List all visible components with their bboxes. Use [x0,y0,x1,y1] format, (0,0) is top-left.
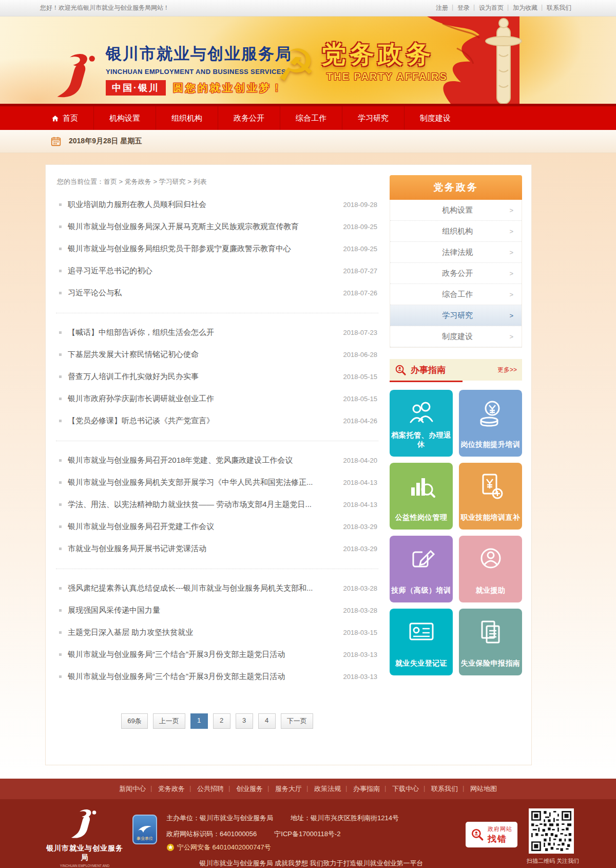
service-tile[interactable]: 失业保险申报指南 [459,609,522,675]
sidebar-item[interactable]: 学习研究 > [390,305,522,326]
police-record-link[interactable]: 宁公网安备 64010402000747号 [166,843,271,852]
topbar-link[interactable]: 注册 [431,4,453,12]
guide-title: 办事指南 [411,364,497,376]
footer-link[interactable]: 政策法规 [308,784,347,794]
footer-link[interactable]: 办事指南 [347,784,386,794]
nav-item[interactable]: 学习研究 [342,106,404,130]
nav-item-label: 制度建设 [420,114,451,123]
article-link[interactable]: 银川市就业与创业服务局召开2018年党建、党风廉政建设工作会议 [68,456,335,465]
article-date: 2018-03-13 [343,673,378,681]
nav-item[interactable]: 综合工作 [280,106,342,130]
nav-item[interactable]: 组织机构 [156,106,218,130]
footer-link[interactable]: 联系我们 [425,784,464,794]
service-tile[interactable]: 技师（高级）培训 [390,536,453,602]
article-link[interactable]: 追寻习近平总书记的初心 [68,266,335,276]
sidebar-item[interactable]: 政务公开 > [390,263,522,284]
footer-link[interactable]: 公共招聘 [191,784,230,794]
topbar-link[interactable]: 联系我们 [542,4,576,12]
article-link[interactable]: 习近平论公与私 [68,288,335,298]
article-link[interactable]: 强风肃纪提素养认真总结促成长---银川市就业与创业服务局机关支部和... [68,583,335,593]
sidebar-item-label: 制度建设 [398,332,509,342]
pagination-button[interactable]: 4 [258,713,276,729]
pagination-button[interactable]: 下一页 [281,713,313,729]
article-row: 市就业与创业服务局开展书记讲党课活动 2018-03-29 [56,538,378,560]
article-link[interactable]: 职业培训助力服刑在教人员顺利回归社会 [68,200,335,210]
footer-link[interactable]: 网站地图 [464,784,503,794]
nav-item[interactable]: 机构设置 [93,106,156,130]
service-tile[interactable]: 岗位技能提升培训 [459,390,522,457]
service-tile[interactable]: 档案托管、办理退休 [390,390,453,457]
footer-link[interactable]: 下载中心 [386,784,425,794]
footer-link[interactable]: 服务大厅 [269,784,308,794]
article-link[interactable]: 展现强国风采传递中国力量 [68,606,335,615]
tile-label: 档案托管、办理退休 [390,431,453,449]
article-link[interactable]: 市就业与创业服务局开展书记讲党课活动 [68,544,335,554]
footer-link[interactable]: 新闻中心 [113,784,152,794]
bullet-icon [59,398,62,400]
nav-item-label: 学习研究 [358,114,389,123]
service-tile[interactable]: 职业技能培训直补 [459,463,522,530]
topbar-link[interactable]: 登录 [453,4,474,12]
article-link[interactable]: 银川市就业与创业服务局组织党员干部参观宁夏廉政警示教育中心 [68,244,335,254]
sidebar-item[interactable]: 制度建设 > [390,326,522,347]
nav-item[interactable]: 制度建设 [404,106,466,130]
bullet-icon [59,548,62,550]
article-row: 追寻习近平总书记的初心 2018-07-27 [56,260,378,282]
article-date: 2018-03-28 [343,607,378,614]
sidebar-item[interactable]: 综合工作 > [390,284,522,305]
service-tile[interactable]: 公益性岗位管理 [390,463,453,530]
public-institution-badge: 事业单位 [132,815,157,844]
tile-label: 职业技能培训直补 [459,513,522,522]
pagination-button[interactable]: 1 [190,713,208,729]
article-link[interactable]: 银川市就业与创业服务局深入开展马克斯主义民族观宗教观宣传教育 [68,222,335,232]
pagination-button[interactable]: 69条 [121,713,147,729]
article-link[interactable]: 下基层共发展大计察民情铭记初心使命 [68,350,335,360]
article-link[interactable]: 银川市就业与创业服务局召开党建工作会议 [68,522,335,532]
article-link[interactable]: 银川市就业与创业服务局“三个结合”开展3月份支部主题党日活动 [68,650,335,659]
footer-link[interactable]: 创业服务 [230,784,269,794]
footer-link[interactable]: 党务政务 [152,784,191,794]
article-row: 银川市就业与创业服务局召开2018年党建、党风廉政建设工作会议 2018-04-… [56,449,378,471]
topbar: 您好！欢迎光临银川市就业与创业服务局网站！ 注册登录设为首页加为收藏联系我们 [0,0,616,16]
article-link[interactable]: 银川市政府孙学庆副市长调研就业创业工作 [68,394,335,404]
nav-item[interactable]: 首页 [36,106,93,130]
pagination-button[interactable]: 上一页 [153,713,185,729]
sidebar-item[interactable]: 机构设置 > [390,200,522,221]
article-link[interactable]: 银川市就业与创业服务局“三个结合”开展3月份支部主题党日活动 [68,672,335,682]
pagination-button[interactable]: 2 [213,713,230,729]
sidebar-item-label: 学习研究 [398,311,509,320]
group-divider [56,569,378,569]
site-error-report-widget[interactable]: 政府网站 找错 [466,822,517,847]
article-link[interactable]: 主题党日深入基层 助力攻坚扶贫就业 [68,628,335,637]
bullet-icon [59,203,62,206]
guide-more-link[interactable]: 更多>> [497,366,517,374]
chevron-right-icon: > [509,291,513,298]
topbar-link[interactable]: 设为首页 [474,4,508,12]
pagination: 69条 上一页 1 2 3 4 下一页 [56,713,378,729]
sidebar-item[interactable]: 组织机构 > [390,221,522,242]
article-row: 银川市就业与创业服务局组织党员干部参观宁夏廉政警示教育中心 2018-09-25 [56,238,378,260]
calendar-icon [50,136,62,147]
service-tile[interactable]: 就业援助 [459,536,522,602]
nav-item[interactable]: 政务公开 [218,106,280,130]
site-banner: 银川市就业与创业服务局 YINCHUAN EMPLOYMENT AND BUSI… [0,16,616,104]
article-link[interactable]: 【党员必修课】听总书记谈《共产党宣言》 [68,416,335,426]
article-row: 职业培训助力服刑在教人员顺利回归社会 2018-09-28 [56,194,378,216]
service-tile[interactable]: 就业失业登记证 [390,609,453,675]
sidebar-item[interactable]: 法律法规 > [390,242,522,263]
pagination-button[interactable]: 3 [236,713,253,729]
bullet-icon [59,587,62,590]
sidebar-item-label: 机构设置 [398,205,509,215]
article-link[interactable]: 银川市就业与创业服务局机关支部开展学习《中华人民共和国宪法修正... [68,478,335,487]
article-link[interactable]: 学法、用法、以宪法精神助力就业扶贫—— 劳动市场支部4月主题党日... [68,500,335,510]
article-link[interactable]: 督查万人培训工作扎实做好为民办实事 [68,372,335,382]
chevron-right-icon: > [509,249,513,256]
topbar-link[interactable]: 加为收藏 [508,4,542,12]
group-divider [56,313,378,313]
sidebar-item-label: 组织机构 [398,227,509,236]
breadcrumb[interactable]: 您的当前位置：首页 > 党务政务 > 学习研究 > 列表 [57,177,378,186]
tile-icon [474,616,507,649]
article-link[interactable]: 【喊话】中组部告诉你，组织生活会怎么开 [68,328,335,337]
qr-caption: 扫描二维码 关注我们 [527,857,576,865]
footer-organizer: 主办单位：银川市就业与创业服务局 [166,814,273,823]
